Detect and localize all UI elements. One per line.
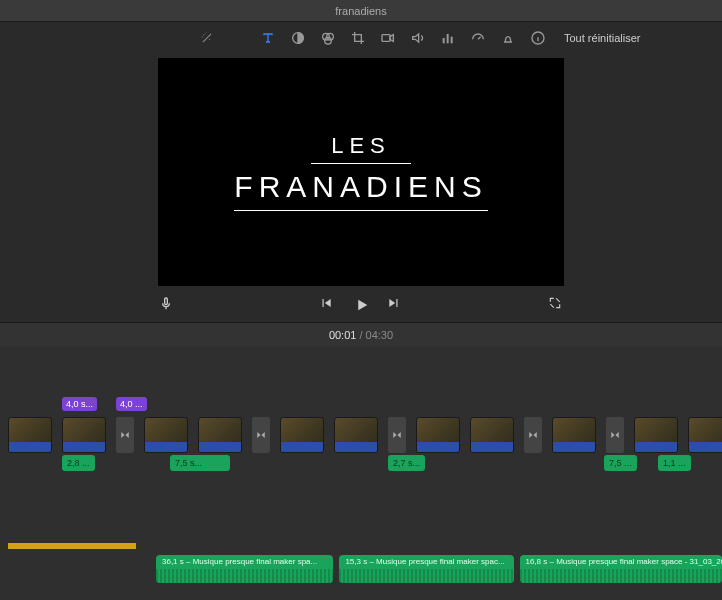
title-line-1: LES xyxy=(311,133,411,164)
video-clip[interactable] xyxy=(552,417,596,453)
color-filter-icon[interactable] xyxy=(320,30,336,46)
video-track[interactable]: 4,0 s...4,0 ...2,8 ...7,5 s...2,7 s...7,… xyxy=(8,417,722,477)
attached-audio-pill[interactable]: 7,5 s... xyxy=(170,455,230,471)
magic-wand-icon[interactable] xyxy=(200,31,214,45)
text-tool-icon[interactable] xyxy=(260,30,276,46)
title-overlay-pill[interactable]: 4,0 ... xyxy=(116,397,147,411)
timecode-sep: / xyxy=(356,329,365,341)
window-title: franadiens xyxy=(335,5,386,17)
transition-icon[interactable] xyxy=(252,417,270,453)
timecode-total: 04:30 xyxy=(366,329,394,341)
reset-all-button[interactable]: Tout réinitialiser xyxy=(564,32,640,44)
title-overlay-pill[interactable]: 4,0 s... xyxy=(62,397,97,411)
timeline[interactable]: 4,0 s...4,0 ...2,8 ...7,5 s...2,7 s...7,… xyxy=(0,347,722,600)
background-audio-clip[interactable]: 36,1 s – Musique presque final maker spa… xyxy=(156,555,333,583)
background-audio-clip[interactable]: 15,3 s – Musique presque final maker spa… xyxy=(339,555,513,583)
play-button[interactable] xyxy=(353,296,369,312)
bg-audio-label: 36,1 s – Musique presque final maker spa… xyxy=(162,557,317,566)
window-titlebar: franadiens xyxy=(0,0,722,22)
svg-point-3 xyxy=(325,37,332,44)
transition-icon[interactable] xyxy=(524,417,542,453)
preview-viewer[interactable]: LES FRANADIENS xyxy=(158,58,564,286)
voiceover-icon[interactable] xyxy=(158,296,174,312)
attached-audio-pill[interactable]: 1,1 ... xyxy=(658,455,691,471)
camera-icon[interactable] xyxy=(380,30,396,46)
video-clip[interactable] xyxy=(470,417,514,453)
video-clip[interactable] xyxy=(416,417,460,453)
attached-audio-pill[interactable]: 2,8 ... xyxy=(62,455,95,471)
viewer-area: LES FRANADIENS xyxy=(0,54,722,322)
transport-bar xyxy=(158,290,564,318)
video-clip[interactable] xyxy=(334,417,378,453)
adjustments-toolbar: Tout réinitialiser xyxy=(0,22,722,54)
video-clip[interactable] xyxy=(8,417,52,453)
attached-audio-pill[interactable]: 7,5 ... xyxy=(604,455,637,471)
info-icon[interactable] xyxy=(530,30,546,46)
transition-icon[interactable] xyxy=(388,417,406,453)
video-clip[interactable] xyxy=(634,417,678,453)
timecode-current: 00:01 xyxy=(329,329,357,341)
svg-rect-9 xyxy=(165,298,168,305)
noise-reduction-icon[interactable] xyxy=(500,30,516,46)
attached-audio-pill[interactable]: 2,7 s... xyxy=(388,455,425,471)
color-balance-icon[interactable] xyxy=(290,30,306,46)
title-card: LES FRANADIENS xyxy=(234,133,487,211)
bg-audio-label: 15,3 s – Musique presque final maker spa… xyxy=(345,557,504,566)
crop-icon[interactable] xyxy=(350,30,366,46)
video-clip[interactable] xyxy=(280,417,324,453)
fullscreen-icon[interactable] xyxy=(548,296,564,312)
svg-rect-6 xyxy=(447,34,449,43)
title-line-2: FRANADIENS xyxy=(234,170,487,211)
background-audio-clip[interactable]: 16,8 s – Musique presque final maker spa… xyxy=(520,555,722,583)
svg-rect-7 xyxy=(451,37,453,44)
svg-rect-5 xyxy=(443,38,445,43)
audio-icon[interactable] xyxy=(410,30,426,46)
tool-icons xyxy=(260,30,546,46)
transition-icon[interactable] xyxy=(116,417,134,453)
equalizer-icon[interactable] xyxy=(440,30,456,46)
video-clip[interactable] xyxy=(144,417,188,453)
next-button[interactable] xyxy=(387,296,403,312)
bg-audio-label: 16,8 s – Musique presque final maker spa… xyxy=(526,557,722,566)
timecode-display: 00:01 / 04:30 xyxy=(0,322,722,347)
video-clip[interactable] xyxy=(688,417,722,453)
background-audio-track[interactable]: 36,1 s – Musique presque final maker spa… xyxy=(156,555,722,583)
transition-icon[interactable] xyxy=(606,417,624,453)
svg-rect-4 xyxy=(382,35,390,42)
speed-icon[interactable] xyxy=(470,30,486,46)
video-clip[interactable] xyxy=(198,417,242,453)
prev-button[interactable] xyxy=(319,296,335,312)
selection-range-bar[interactable] xyxy=(8,543,136,549)
video-clip[interactable] xyxy=(62,417,106,453)
